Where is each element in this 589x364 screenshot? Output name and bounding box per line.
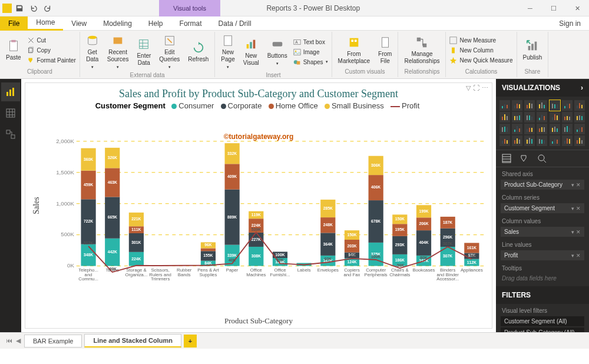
tab-help[interactable]: Help [140,16,171,31]
refresh-button[interactable]: Refresh [186,40,211,64]
viz-type-icon[interactable] [512,100,522,111]
column-values-label: Column values [496,214,589,226]
data-view-icon[interactable] [1,104,20,123]
viz-type-icon[interactable] [562,112,573,123]
enter-data-button[interactable]: Enter Data [134,37,153,68]
new-measure-button[interactable]: New Measure [449,36,512,45]
viz-type-icon[interactable] [512,124,522,134]
column-series-field[interactable]: Customer Segment▾ ✕ [501,203,584,213]
filter-product-subcategory[interactable]: Product Sub-Category (All) [501,327,584,332]
ribbon-label: Clipboard [4,67,76,76]
viz-type-icon[interactable] [550,124,560,134]
edit-queries-button[interactable]: Edit Queries▾ [157,33,182,71]
tab-format[interactable]: Format [171,16,210,31]
svg-rect-1 [11,39,15,42]
undo-icon[interactable] [29,4,38,12]
tab-view[interactable]: View [63,16,95,31]
sheet-tab-line-stacked[interactable]: Line and Stacked Column [84,334,181,348]
analytics-icon[interactable] [537,154,547,163]
image-button[interactable]: Image [293,48,328,57]
first-sheet-icon[interactable]: ⏮ [5,336,14,346]
report-view-icon[interactable] [1,82,20,101]
viz-type-icon[interactable] [537,100,547,111]
new-column-button[interactable]: New Column [449,46,512,55]
viz-type-icon[interactable] [562,135,573,146]
tooltips-placeholder[interactable]: Drag data fields here [496,273,589,284]
svg-text:60K: 60K [325,257,332,261]
save-icon[interactable] [15,4,24,12]
column-values-field[interactable]: Sales▾ ✕ [501,227,584,237]
viz-type-icon[interactable] [524,135,535,146]
viz-type-icon[interactable] [499,100,510,111]
viz-type-icon[interactable] [499,112,510,123]
line-values-field[interactable]: Profit▾ ✕ [501,250,584,260]
manage-relationships-button[interactable]: Manage Relationships [402,35,442,66]
shapes-button[interactable]: Shapes ▾ [293,58,328,67]
get-data-button[interactable]: Get Data▾ [84,33,101,71]
svg-text:Labels: Labels [297,267,311,273]
model-view-icon[interactable] [1,125,20,144]
add-sheet-button[interactable]: + [184,335,197,348]
svg-rect-217 [514,116,515,120]
close-button[interactable]: ✕ [565,0,589,16]
textbox-button[interactable]: AText box [293,38,328,47]
filter-icon[interactable]: ▽ [466,84,471,92]
viz-type-icon[interactable] [524,124,535,134]
viz-type-icon[interactable] [499,135,510,146]
publish-button[interactable]: Publish [521,38,545,62]
from-marketplace-button[interactable]: From Marketplace [336,35,372,66]
tab-home[interactable]: Home [28,16,63,31]
shared-axis-field[interactable]: Product Sub-Category▾ ✕ [501,180,584,190]
prev-sheet-icon[interactable]: ◀ [15,336,22,346]
svg-rect-273 [569,139,570,144]
format-icon[interactable] [519,154,529,163]
viz-type-icon[interactable] [574,135,585,146]
viz-type-icon[interactable] [562,124,573,134]
viz-type-icon[interactable] [550,135,560,146]
viz-type-icon[interactable] [574,124,585,134]
viz-type-icon[interactable] [512,135,522,146]
maximize-button[interactable]: ☐ [542,0,565,16]
buttons-button[interactable]: Buttons▾ [265,37,290,67]
filter-customer-segment[interactable]: Customer Segment (All) [501,316,584,326]
tab-modeling[interactable]: Modeling [95,16,140,31]
new-quick-measure-button[interactable]: New Quick Measure [449,56,512,65]
report-canvas[interactable]: ▽ ⛶ ⋯ Sales and Profit by Product Sub-Ca… [21,79,496,332]
viz-type-icon[interactable] [537,124,547,134]
viz-type-icon[interactable] [537,135,547,146]
svg-text:463K: 463K [108,180,117,184]
recent-sources-button[interactable]: Recent Sources▾ [105,33,131,71]
chart-visual[interactable]: ▽ ⛶ ⋯ Sales and Profit by Product Sub-Ca… [25,82,492,329]
new-visual-button[interactable]: New Visual [241,37,262,68]
filters-header[interactable]: FILTERS [496,286,589,304]
ribbon-calculations: New Measure New Column New Quick Measure… [446,32,517,77]
cut-button[interactable]: Cut [27,36,76,45]
copy-button[interactable]: Copy [27,46,76,55]
viz-type-icon[interactable] [537,112,547,123]
viz-type-icon[interactable] [512,112,522,123]
from-file-button[interactable]: From File [376,35,394,66]
format-painter-button[interactable]: Format Painter [27,56,76,65]
paste-button[interactable]: Paste [4,38,24,62]
viz-type-icon[interactable] [562,100,573,111]
viz-type-icon[interactable] [550,112,560,123]
fields-icon[interactable] [502,154,511,163]
more-icon[interactable]: ⋯ [482,84,488,92]
svg-rect-25 [450,37,456,43]
viz-type-icon[interactable] [499,124,510,134]
viz-type-icon[interactable] [524,112,535,123]
focus-icon[interactable]: ⛶ [473,84,479,92]
viz-type-icon[interactable] [550,100,560,111]
sign-in-link[interactable]: Sign in [559,19,581,28]
new-page-button[interactable]: New Page▾ [219,33,237,71]
redo-icon[interactable] [44,4,52,12]
tab-data-drill[interactable]: Data / Drill [210,16,260,31]
viz-type-icon[interactable] [574,100,585,111]
file-menu[interactable]: File [0,16,28,31]
sheet-tab-bar-example[interactable]: BAR Example [24,335,82,348]
svg-text:285K: 285K [323,206,333,210]
visualizations-header[interactable]: VISUALIZATIONS› [496,79,589,97]
minimize-button[interactable]: ─ [518,0,542,16]
viz-type-icon[interactable] [574,112,585,123]
viz-type-icon[interactable] [524,100,535,111]
